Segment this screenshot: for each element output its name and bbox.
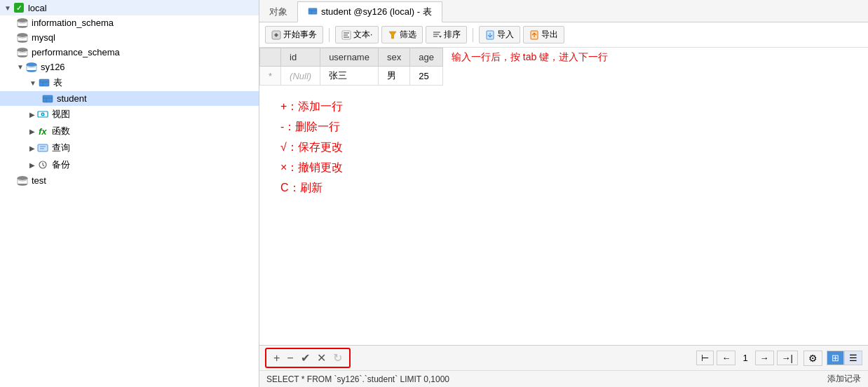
backup-folder-icon: [37, 160, 48, 170]
svg-rect-24: [38, 144, 48, 151]
sidebar-item-test[interactable]: test: [0, 173, 259, 188]
table-header-row: id username sex age 输入一行后，按 tab 键，进入下一行: [260, 48, 724, 67]
sidebar-item-mysql[interactable]: mysql: [0, 30, 259, 45]
last-page-icon: →|: [782, 353, 793, 363]
th-username[interactable]: username: [320, 48, 379, 67]
add-row-button[interactable]: +: [271, 352, 283, 365]
svg-point-28: [18, 176, 27, 179]
sort-icon: [432, 30, 442, 40]
sidebar-item-backup-folder[interactable]: 备份: [0, 156, 259, 173]
sidebar-item-student[interactable]: student: [0, 91, 259, 106]
svg-point-2: [18, 18, 27, 22]
text-button[interactable]: 文本·: [335, 26, 379, 43]
hint-inline-text: 输入一行后，按 tab 键，进入下一行: [452, 51, 608, 62]
data-table: id username sex age 输入一行后，按 tab 键，进入下一行 …: [259, 48, 724, 86]
cell-username[interactable]: 张三: [320, 67, 379, 86]
sidebar: ✓ local information_schema mysql: [0, 0, 259, 387]
expand-arrow-functions: [29, 128, 35, 135]
table-row[interactable]: * (Null) 张三 男 25: [260, 67, 724, 86]
start-transaction-label: 开始事务: [283, 29, 317, 41]
text-icon: [341, 30, 351, 40]
annotation-save: √：保存更改: [280, 140, 847, 155]
next-page-button[interactable]: →: [755, 351, 774, 365]
export-label: 导出: [541, 29, 558, 41]
sidebar-item-information_schema[interactable]: information_schema: [0, 15, 259, 30]
start-transaction-button[interactable]: 开始事务: [265, 26, 323, 43]
view-toggle-buttons: ⊞ ☰: [827, 351, 862, 365]
save-button[interactable]: ✔: [298, 351, 313, 365]
cell-age[interactable]: 25: [410, 67, 443, 86]
cell-sex[interactable]: 男: [378, 67, 409, 86]
sidebar-item-tables-folder[interactable]: 表: [0, 74, 259, 91]
sidebar-item-information_schema-label: information_schema: [32, 18, 114, 28]
prev-page-icon: ←: [721, 353, 731, 363]
function-folder-icon: fx: [37, 126, 48, 136]
svg-rect-14: [39, 79, 49, 86]
sidebar-item-performance-label: performance_schema: [32, 47, 120, 57]
import-button[interactable]: 导入: [479, 26, 520, 43]
svg-point-8: [18, 48, 27, 51]
sidebar-item-backup-label: 备份: [52, 158, 70, 171]
th-hint: 输入一行后，按 tab 键，进入下一行: [442, 48, 723, 67]
sidebar-item-mysql-label: mysql: [32, 32, 55, 43]
sidebar-item-performance_schema[interactable]: performance_schema: [0, 45, 259, 60]
db-icon-performance: [17, 48, 28, 57]
svg-point-11: [27, 62, 36, 66]
grid-view-button[interactable]: ⊞: [827, 351, 844, 365]
sidebar-item-queries-folder[interactable]: 查询: [0, 140, 259, 156]
sidebar-item-views-label: 视图: [52, 108, 70, 121]
form-view-icon: ☰: [849, 353, 857, 363]
svg-rect-31: [308, 8, 317, 14]
status-query: SELECT * FROM `sy126`.`student` LIMIT 0,…: [266, 374, 449, 384]
prev-page-button[interactable]: ←: [717, 351, 735, 365]
sidebar-item-functions-label: 函数: [52, 125, 70, 137]
th-id[interactable]: id: [281, 48, 320, 67]
refresh-button[interactable]: ↻: [330, 351, 345, 365]
th-marker: [260, 48, 281, 67]
sidebar-item-sy126[interactable]: sy126: [0, 60, 259, 74]
sort-button[interactable]: 排序: [426, 26, 467, 43]
local-connection-icon: ✓: [13, 2, 25, 13]
query-folder-icon: [37, 143, 48, 153]
import-label: 导入: [497, 29, 514, 41]
th-age[interactable]: age: [410, 48, 443, 67]
sidebar-item-functions-folder[interactable]: fx 函数: [0, 123, 259, 140]
annotation-refresh: C：刷新: [280, 181, 847, 196]
svg-text:fx: fx: [39, 126, 47, 136]
sidebar-item-local-label: local: [28, 3, 47, 13]
last-page-button[interactable]: →|: [777, 351, 798, 365]
filter-label: 筛选: [400, 29, 416, 41]
tabs-bar: 对象 student @sy126 (local) - 表: [259, 0, 868, 22]
export-button[interactable]: 导出: [523, 26, 564, 43]
status-bar: SELECT * FROM `sy126`.`student` LIMIT 0,…: [259, 370, 868, 387]
import-icon: [485, 30, 495, 40]
main-content-area: id username sex age 输入一行后，按 tab 键，进入下一行 …: [259, 48, 868, 345]
sidebar-item-student-label: student: [57, 93, 87, 104]
svg-marker-39: [389, 32, 396, 39]
th-sex[interactable]: sex: [378, 48, 409, 67]
sidebar-item-views-folder[interactable]: 视图: [0, 106, 259, 123]
grid-view-icon: ⊞: [832, 353, 839, 363]
annotation-delete: -：删除一行: [280, 120, 847, 135]
first-page-button[interactable]: ⊢: [696, 351, 714, 365]
remove-row-button[interactable]: −: [284, 352, 296, 365]
cancel-button[interactable]: ✕: [314, 351, 329, 365]
sort-label: 排序: [444, 29, 461, 41]
form-view-button[interactable]: ☰: [844, 351, 862, 365]
pagination-controls: ⊢ ← 1 → →|: [696, 351, 798, 365]
sidebar-item-local[interactable]: ✓ local: [0, 0, 259, 15]
settings-button[interactable]: ⚙: [803, 351, 822, 366]
first-page-icon: ⊢: [701, 353, 709, 363]
filter-button[interactable]: 筛选: [381, 26, 423, 43]
db-icon-mysql: [17, 33, 28, 43]
tab-objects[interactable]: 对象: [259, 2, 297, 22]
expand-arrow-queries: [29, 144, 35, 152]
toolbar-divider-1: [329, 28, 330, 42]
db-icon: [17, 18, 28, 28]
sidebar-item-tables-label: 表: [53, 76, 62, 89]
tab-student-table[interactable]: student @sy126 (local) - 表: [297, 1, 442, 22]
cell-empty: [442, 67, 723, 86]
svg-text:✓: ✓: [16, 4, 22, 12]
page-number: 1: [738, 353, 752, 363]
cell-id[interactable]: (Null): [281, 67, 320, 86]
